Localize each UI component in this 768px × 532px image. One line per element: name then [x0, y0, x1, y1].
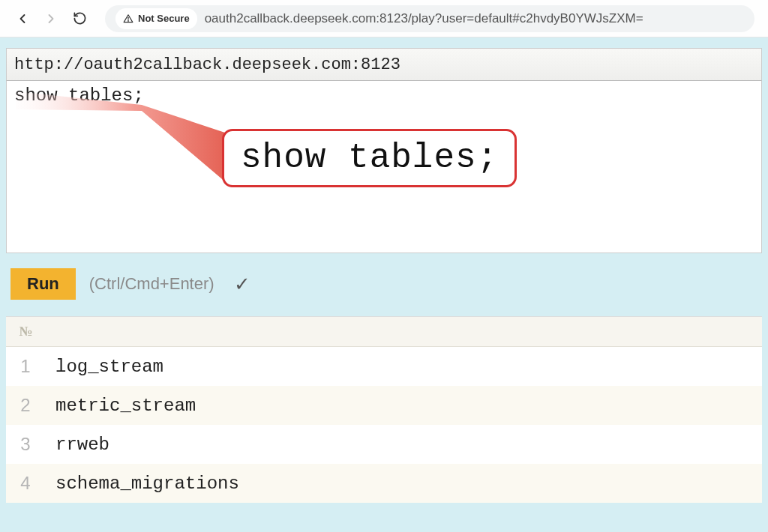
query-editor[interactable]: show tables; show tables;: [6, 81, 762, 253]
run-toolbar: Run (Ctrl/Cmd+Enter) ✓: [6, 253, 762, 316]
page-content: http://oauth2callback.deepseek.com:8123 …: [0, 37, 768, 532]
table-row[interactable]: 3 rrweb: [6, 425, 762, 464]
run-button[interactable]: Run: [10, 268, 76, 300]
url-text: oauth2callback.deepseek.com:8123/play?us…: [205, 11, 644, 26]
row-number: 1: [6, 356, 45, 377]
forward-button[interactable]: [42, 10, 60, 28]
warning-icon: [123, 13, 134, 24]
svg-marker-2: [16, 91, 232, 187]
check-icon: ✓: [234, 273, 250, 296]
row-value: metric_stream: [45, 396, 196, 416]
callout-bubble: show tables;: [222, 129, 517, 187]
not-secure-label: Not Secure: [138, 13, 190, 24]
callout-text: show tables;: [241, 139, 498, 178]
row-value: schema_migrations: [45, 474, 239, 494]
table-row[interactable]: 2 metric_stream: [6, 386, 762, 425]
browser-toolbar: Not Secure oauth2callback.deepseek.com:8…: [0, 0, 768, 37]
row-value: log_stream: [45, 357, 164, 377]
table-row[interactable]: 1 log_stream: [6, 347, 762, 386]
row-number: 2: [6, 395, 45, 416]
back-button[interactable]: [14, 10, 32, 28]
svg-point-1: [128, 20, 129, 21]
table-row[interactable]: 4 schema_migrations: [6, 464, 762, 503]
row-number: 4: [6, 473, 45, 494]
server-url-text: http://oauth2callback.deepseek.com:8123: [14, 55, 400, 74]
server-url-bar[interactable]: http://oauth2callback.deepseek.com:8123: [6, 48, 762, 81]
address-bar[interactable]: Not Secure oauth2callback.deepseek.com:8…: [105, 5, 754, 32]
not-secure-badge[interactable]: Not Secure: [116, 8, 197, 29]
results-header: №: [6, 317, 762, 347]
results-table: № 1 log_stream 2 metric_stream 3 rrweb 4…: [6, 316, 762, 503]
row-number-header: №: [6, 324, 45, 339]
row-number: 3: [6, 434, 45, 455]
query-text: show tables;: [14, 85, 144, 106]
reload-button[interactable]: [70, 10, 88, 28]
run-shortcut-hint: (Ctrl/Cmd+Enter): [89, 274, 214, 294]
row-value: rrweb: [45, 435, 110, 455]
